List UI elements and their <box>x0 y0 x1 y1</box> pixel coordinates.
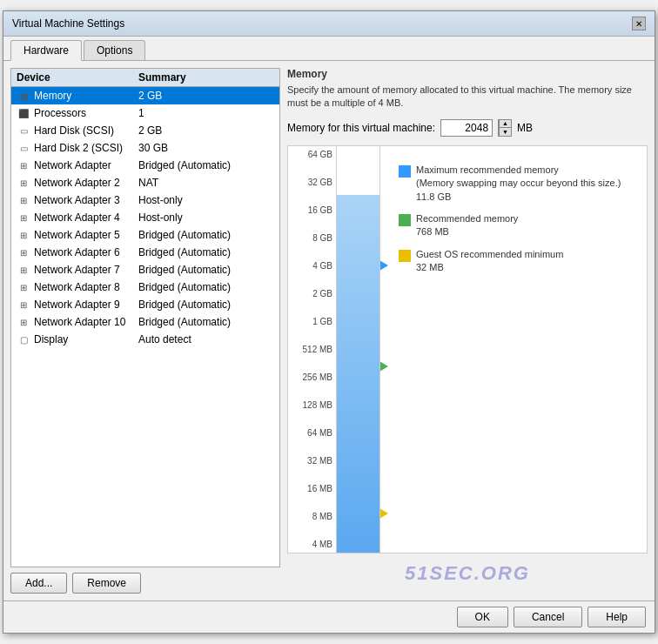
chart-label: 16 MB <box>288 484 332 493</box>
chart-label: 2 GB <box>288 289 332 299</box>
legend-value-max: 11.8 GB <box>416 191 451 202</box>
device-row-net-adapter-10[interactable]: ⊞ Network Adapter 10 Bridged (Automatic) <box>11 313 279 331</box>
memory-input-row: Memory for this virtual machine: ▲ ▼ MB <box>287 119 648 137</box>
chart-label: 8 MB <box>288 512 332 521</box>
device-summary-net-adapter-8: Bridged (Automatic) <box>138 281 274 293</box>
memory-description: Specify the amount of memory allocated t… <box>287 84 648 111</box>
device-icon-display: ▢ <box>17 332 30 346</box>
cancel-button[interactable]: Cancel <box>514 607 582 627</box>
add-button[interactable]: Add... <box>10 573 67 594</box>
device-row-net-adapter-4[interactable]: ⊞ Network Adapter 4 Host-only <box>11 209 279 226</box>
device-summary-processors: 1 <box>138 107 274 119</box>
device-summary-net-adapter-5: Bridged (Automatic) <box>138 229 274 241</box>
main-content: Device Summary ▦ Memory 2 GB ⬛ Processor… <box>3 61 655 600</box>
device-row-net-adapter-2[interactable]: ⊞ Network Adapter 2 NAT <box>11 174 279 191</box>
device-label-hard-disk-1: Hard Disk (SCSI) <box>34 124 114 137</box>
device-name-hard-disk-2: ▭ Hard Disk 2 (SCSI) <box>17 141 138 155</box>
device-name-net-adapter-1: ⊞ Network Adapter <box>17 158 138 172</box>
device-label-net-adapter-3: Network Adapter 3 <box>34 194 120 206</box>
chart-label: 4 GB <box>288 261 332 271</box>
device-icon-net-adapter-9: ⊞ <box>17 298 30 312</box>
title-bar: Virtual Machine Settings ✕ <box>3 11 655 37</box>
legend-max-memory: Maximum recommended memory (Memory swapp… <box>399 164 640 204</box>
legend-box-guest <box>399 250 411 262</box>
device-name-net-adapter-10: ⊞ Network Adapter 10 <box>17 315 138 329</box>
legend-value-rec: 768 MB <box>416 226 449 237</box>
device-summary-hard-disk-2: 30 GB <box>138 142 274 154</box>
legend-text-max: Maximum recommended memory (Memory swapp… <box>416 164 621 204</box>
memory-spinner-down[interactable]: ▼ <box>499 128 511 136</box>
legend-label-max: Maximum recommended memory <box>416 164 559 175</box>
device-icon-hard-disk-1: ▭ <box>17 124 30 138</box>
close-button[interactable]: ✕ <box>632 17 646 30</box>
help-button[interactable]: Help <box>588 607 646 627</box>
memory-spinner-up[interactable]: ▲ <box>499 120 511 128</box>
chart-label: 32 GB <box>288 178 332 187</box>
memory-value-input[interactable] <box>440 119 493 137</box>
device-row-hard-disk-2[interactable]: ▭ Hard Disk 2 (SCSI) 30 GB <box>11 139 279 157</box>
device-label-net-adapter-9: Network Adapter 9 <box>34 299 120 311</box>
memory-spinner: ▲ ▼ <box>498 119 512 137</box>
legend-recommended: Recommended memory 768 MB <box>399 212 640 239</box>
chart-label: 64 MB <box>288 428 332 438</box>
device-label-memory: Memory <box>34 90 71 102</box>
chart-legend: Maximum recommended memory (Memory swapp… <box>392 146 647 553</box>
device-row-display[interactable]: ▢ Display Auto detect <box>11 331 279 348</box>
device-label-display: Display <box>34 333 68 345</box>
device-row-hard-disk-1[interactable]: ▭ Hard Disk (SCSI) 2 GB <box>11 122 279 139</box>
legend-label-rec: Recommended memory <box>416 213 518 224</box>
chart-label: 1 GB <box>288 317 332 326</box>
legend-text-guest: Guest OS recommended minimum 32 MB <box>416 248 563 275</box>
device-name-hard-disk-1: ▭ Hard Disk (SCSI) <box>17 124 138 138</box>
device-row-net-adapter-9[interactable]: ⊞ Network Adapter 9 Bridged (Automatic) <box>11 296 279 313</box>
device-icon-net-adapter-2: ⊞ <box>17 176 30 190</box>
device-name-net-adapter-3: ⊞ Network Adapter 3 <box>17 193 138 207</box>
device-icon-net-adapter-5: ⊞ <box>17 228 30 242</box>
device-row-memory[interactable]: ▦ Memory 2 GB <box>11 87 279 104</box>
device-label-net-adapter-10: Network Adapter 10 <box>34 316 125 328</box>
device-row-net-adapter-8[interactable]: ⊞ Network Adapter 8 Bridged (Automatic) <box>11 278 279 296</box>
remove-button[interactable]: Remove <box>72 573 141 594</box>
left-panel: Device Summary ▦ Memory 2 GB ⬛ Processor… <box>10 68 280 594</box>
tab-hardware[interactable]: Hardware <box>10 40 82 61</box>
device-icon-net-adapter-10: ⊞ <box>17 315 30 329</box>
device-summary-net-adapter-4: Host-only <box>138 211 274 224</box>
device-summary-net-adapter-2: NAT <box>138 177 274 189</box>
device-summary-net-adapter-1: Bridged (Automatic) <box>138 159 274 171</box>
device-list: Device Summary ▦ Memory 2 GB ⬛ Processor… <box>10 68 280 567</box>
chart-label: 128 MB <box>288 400 332 410</box>
chart-label: 8 GB <box>288 233 332 243</box>
device-label-processors: Processors <box>34 107 86 119</box>
chart-label: 512 MB <box>288 345 332 354</box>
chart-label: 64 GB <box>288 150 332 159</box>
device-icon-net-adapter-6: ⊞ <box>17 245 30 259</box>
chart-label: 16 GB <box>288 205 332 215</box>
device-row-net-adapter-7[interactable]: ⊞ Network Adapter 7 Bridged (Automatic) <box>11 261 279 278</box>
device-icon-hard-disk-2: ▭ <box>17 141 30 155</box>
chart-label: 32 MB <box>288 456 332 466</box>
device-row-net-adapter-6[interactable]: ⊞ Network Adapter 6 Bridged (Automatic) <box>11 244 279 261</box>
device-name-net-adapter-5: ⊞ Network Adapter 5 <box>17 228 138 242</box>
device-summary-net-adapter-3: Host-only <box>138 194 274 206</box>
chart-label: 256 MB <box>288 372 332 382</box>
device-row-processors[interactable]: ⬛ Processors 1 <box>11 104 279 122</box>
device-label-net-adapter-6: Network Adapter 6 <box>34 246 120 258</box>
ok-button[interactable]: OK <box>457 607 508 627</box>
tab-options[interactable]: Options <box>84 40 145 60</box>
right-panel: Memory Specify the amount of memory allo… <box>287 68 648 594</box>
legend-box-rec <box>399 214 411 226</box>
device-name-processors: ⬛ Processors <box>17 106 138 120</box>
device-label-net-adapter-4: Network Adapter 4 <box>34 211 120 224</box>
device-row-net-adapter-1[interactable]: ⊞ Network Adapter Bridged (Automatic) <box>11 157 279 174</box>
section-label: Memory <box>287 68 648 80</box>
legend-text-rec: Recommended memory 768 MB <box>416 212 518 239</box>
legend-guest-os: Guest OS recommended minimum 32 MB <box>399 248 640 275</box>
legend-label-guest: Guest OS recommended minimum <box>416 249 563 259</box>
device-icon-net-adapter-4: ⊞ <box>17 211 30 225</box>
device-label-net-adapter-8: Network Adapter 8 <box>34 281 120 293</box>
chart-tick-area <box>379 146 392 553</box>
device-icon-net-adapter-8: ⊞ <box>17 280 30 294</box>
device-icon-memory: ▦ <box>17 89 30 103</box>
device-row-net-adapter-5[interactable]: ⊞ Network Adapter 5 Bridged (Automatic) <box>11 226 279 244</box>
device-row-net-adapter-3[interactable]: ⊞ Network Adapter 3 Host-only <box>11 191 279 209</box>
